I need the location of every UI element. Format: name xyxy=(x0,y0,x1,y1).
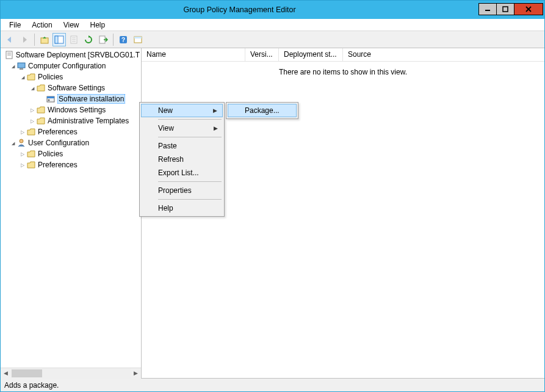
status-text: Adds a package. xyxy=(4,381,59,390)
submenu-arrow-icon: ▶ xyxy=(214,125,218,131)
context-item-label: New xyxy=(158,106,173,115)
tree[interactable]: Software Deployment [SRVBLOG01.T Compute… xyxy=(1,48,141,368)
scrollbar-thumb[interactable] xyxy=(12,369,42,377)
toolbar: ? xyxy=(1,31,544,48)
tree-label: Software Deployment [SRVBLOG01.T xyxy=(16,51,140,59)
context-package[interactable]: Package... xyxy=(228,104,297,117)
tree-software-installation[interactable]: Software installation xyxy=(1,93,141,104)
context-item-label: Paste xyxy=(158,142,177,150)
tree-software-settings[interactable]: Software Settings xyxy=(1,82,141,93)
policy-doc-icon xyxy=(4,50,14,60)
help-button[interactable]: ? xyxy=(117,33,130,46)
tree-cc-preferences[interactable]: Preferences xyxy=(1,126,141,137)
context-paste[interactable]: Paste xyxy=(141,139,223,153)
tree-computer-config[interactable]: Computer Configuration xyxy=(1,60,141,71)
tree-root[interactable]: Software Deployment [SRVBLOG01.T xyxy=(1,49,141,60)
svg-rect-1 xyxy=(503,7,508,12)
column-name[interactable]: Name xyxy=(142,48,245,61)
toolbar-separator xyxy=(113,34,114,46)
tree-uc-preferences[interactable]: Preferences xyxy=(1,159,141,170)
column-deployment[interactable]: Deployment st... xyxy=(279,48,343,61)
folder-icon xyxy=(26,72,36,82)
forward-button[interactable] xyxy=(18,33,31,46)
expander-icon[interactable] xyxy=(9,63,16,69)
context-item-label: Package... xyxy=(245,106,280,115)
close-button[interactable] xyxy=(514,3,543,15)
tree-label: Software installation xyxy=(57,94,125,104)
show-hide-tree-button[interactable] xyxy=(52,33,66,46)
svg-point-24 xyxy=(20,139,23,143)
expander-icon[interactable] xyxy=(19,74,26,80)
tree-label: Preferences xyxy=(38,161,78,169)
expander-icon[interactable] xyxy=(19,129,26,135)
menu-file[interactable]: File xyxy=(4,20,26,31)
computer-icon xyxy=(16,61,26,71)
scrollbar-track[interactable] xyxy=(11,368,131,379)
expander-icon[interactable] xyxy=(29,107,36,113)
column-version[interactable]: Versi... xyxy=(245,48,279,61)
context-item-label: Help xyxy=(158,204,173,212)
minimize-button[interactable] xyxy=(478,3,497,15)
empty-message: There are no items to show in this view. xyxy=(142,68,544,76)
column-headers: Name Versi... Deployment st... Source xyxy=(142,48,544,62)
up-button[interactable] xyxy=(38,33,51,46)
context-separator xyxy=(158,137,222,137)
back-button[interactable] xyxy=(3,33,16,46)
folder-icon xyxy=(26,160,36,170)
context-view[interactable]: View ▶ xyxy=(141,122,223,135)
tree-admin-templates[interactable]: Administrative Templates xyxy=(1,115,141,126)
context-help[interactable]: Help xyxy=(141,201,223,215)
context-new[interactable]: New ▶ xyxy=(141,104,223,117)
tree-uc-policies[interactable]: Policies xyxy=(1,148,141,159)
folder-icon xyxy=(26,127,36,137)
menu-view[interactable]: View xyxy=(59,20,84,31)
tree-label: Policies xyxy=(38,150,63,158)
context-menu: New ▶ View ▶ Paste Refresh Export List..… xyxy=(139,102,225,217)
expander-icon[interactable] xyxy=(19,162,26,168)
expander-icon[interactable] xyxy=(9,140,16,146)
refresh-button[interactable] xyxy=(82,33,95,46)
menu-action[interactable]: Action xyxy=(27,20,57,31)
tree-label: User Configuration xyxy=(28,139,89,147)
scroll-right-button[interactable]: ▶ xyxy=(131,368,141,379)
context-item-label: Refresh xyxy=(158,155,184,164)
svg-rect-19 xyxy=(18,63,25,68)
context-separator xyxy=(158,119,222,120)
context-export[interactable]: Export List... xyxy=(141,166,223,180)
properties-icon[interactable] xyxy=(67,33,81,46)
tree-label: Windows Settings xyxy=(48,106,106,114)
tree-cc-policies[interactable]: Policies xyxy=(1,71,141,82)
expander-icon[interactable] xyxy=(29,118,36,124)
svg-rect-6 xyxy=(55,36,58,43)
folder-icon xyxy=(36,105,46,115)
window-title: Group Policy Management Editor xyxy=(1,5,478,14)
context-separator xyxy=(158,181,222,182)
window-controls xyxy=(478,3,543,16)
context-refresh[interactable]: Refresh xyxy=(141,153,223,166)
user-icon xyxy=(16,138,26,148)
menu-help[interactable]: Help xyxy=(85,20,110,31)
scroll-left-button[interactable]: ◀ xyxy=(1,368,11,379)
titlebar: Group Policy Management Editor xyxy=(1,1,544,19)
svg-rect-20 xyxy=(20,68,23,70)
context-properties[interactable]: Properties xyxy=(141,184,223,197)
context-submenu-new: Package... xyxy=(226,102,298,119)
statusbar: Adds a package. xyxy=(1,378,544,391)
maximize-button[interactable] xyxy=(496,3,514,15)
tree-label: Policies xyxy=(38,73,63,81)
submenu-arrow-icon: ▶ xyxy=(213,107,217,114)
tree-label: Computer Configuration xyxy=(28,62,106,70)
context-separator xyxy=(158,199,222,200)
export-list-button[interactable] xyxy=(96,33,110,46)
expander-icon[interactable] xyxy=(29,85,36,91)
tree-windows-settings[interactable]: Windows Settings xyxy=(1,104,141,115)
horizontal-scrollbar[interactable]: ◀ ▶ xyxy=(1,368,141,378)
tree-pane: Software Deployment [SRVBLOG01.T Compute… xyxy=(1,48,142,378)
svg-rect-15 xyxy=(134,37,142,38)
column-source[interactable]: Source xyxy=(343,48,544,61)
expander-icon[interactable] xyxy=(19,151,26,157)
filter-button[interactable] xyxy=(131,33,145,46)
context-item-label: Properties xyxy=(158,186,192,195)
tree-user-config[interactable]: User Configuration xyxy=(1,137,141,148)
toolbar-separator xyxy=(34,34,35,46)
